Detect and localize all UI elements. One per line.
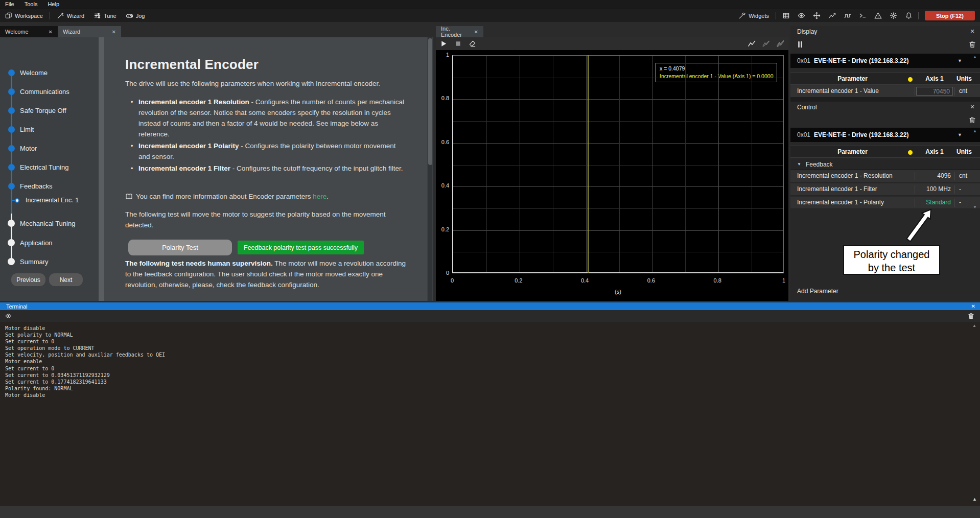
parameter-value-field[interactable]: Standard [915,199,955,207]
value-cell-border [915,87,955,96]
parameter-value-field[interactable]: 100 MHz [915,185,955,194]
signal-lines-off-icon[interactable] [777,40,784,48]
drive-id: 0x01 [797,131,810,138]
book-icon [125,193,133,200]
step-dot-done[interactable] [8,164,15,171]
parameter-value-field[interactable]: 4096 [915,172,955,180]
terminal-title-bar[interactable]: Terminal ✕ [0,302,980,310]
sidebar-item-safe-torque-off[interactable]: Safe Torque Off [20,107,66,114]
close-icon[interactable]: ✕ [971,303,980,309]
toolbar-jog-button[interactable]: Jog [121,9,150,22]
sidebar-item-application[interactable]: Application [20,239,53,247]
scope-plot[interactable]: x = 0.4079 Incremental encoder 1 - Value… [436,50,788,301]
polarity-test-button[interactable]: Polarity Test [128,240,232,255]
trash-icon[interactable] [968,40,976,49]
line-chart-button[interactable] [824,12,839,19]
eraser-icon[interactable] [469,40,476,48]
sidebar-item-feedbacks[interactable]: Feedbacks [20,182,53,190]
menu-item-help[interactable]: Help [42,0,64,9]
display-section-title: Display [797,28,817,35]
next-button[interactable]: Next [49,273,83,286]
eye-icon[interactable] [5,313,12,319]
step-dot-done[interactable] [8,107,15,114]
sidebar-item-welcome[interactable]: Welcome [20,69,48,77]
warning-button[interactable] [870,12,885,19]
close-icon[interactable]: ✕ [112,29,116,35]
widgets-button[interactable]: Widgets [734,9,774,22]
signal-line-off-icon[interactable] [762,40,770,48]
step-dot-todo[interactable] [8,258,15,265]
trash-icon[interactable] [967,312,975,320]
scope-panel: x = 0.4079 Incremental encoder 1 - Value… [436,37,788,301]
bullet-term: Incremental encoder 1 Resolution [138,98,249,106]
sidebar-item-mechanical-tuning[interactable]: Mechanical Tuning [20,220,75,227]
previous-button[interactable]: Previous [11,273,45,286]
sidebar-item-electrical-tuning[interactable]: Electrical Tuning [20,163,68,171]
table-grid-button[interactable] [778,12,794,19]
menu-item-file[interactable]: File [0,0,19,9]
toolbar-wizard-button[interactable]: Wizard [52,9,89,22]
sidebar-item-motor[interactable]: Motor [20,145,37,152]
stop-button[interactable]: Stop (F12) [925,11,975,20]
feedback-group-row[interactable]: ▼ Feedback [790,159,980,170]
bell-button[interactable] [901,12,916,19]
eye-button[interactable] [794,12,809,19]
step-dot-done[interactable] [8,126,15,133]
step-dot-done[interactable] [8,88,15,95]
sidebar-item-incremental-enc-1[interactable]: Incremental Enc. 1 [26,197,79,204]
tab-wizard[interactable]: Wizard ✕ [58,26,121,37]
gridline-horizontal [453,208,783,209]
content-scrollbar-thumb[interactable] [428,38,432,165]
step-dot-todo[interactable] [8,220,15,227]
axis-status-dot [908,150,913,155]
step-dot-current[interactable] [15,198,19,203]
x-tick-label: 0.2 [508,277,529,284]
sidebar-item-communications[interactable]: Communications [20,88,69,96]
close-icon[interactable]: ✕ [474,29,478,35]
close-icon[interactable]: ✕ [968,104,976,110]
gear-icon [890,12,897,19]
sidebar-item-limit[interactable]: Limit [20,126,34,133]
terminal-prompt-button[interactable] [855,12,870,19]
sidebar-item-summary[interactable]: Summary [20,258,49,266]
step-dot-done[interactable] [8,183,15,190]
scroll-up-icon[interactable]: ▲ [971,129,978,133]
column-axis: Axis 1 [915,75,954,82]
tab-inc-encoder[interactable]: Inc. Encoder ✕ [436,26,483,37]
y-tick-label: 0 [434,270,449,276]
toolbar-workspace-button[interactable]: Workspace [0,9,48,22]
signal-line-icon[interactable] [748,40,756,48]
move-button[interactable] [809,12,824,19]
gear-button[interactable] [885,12,901,19]
step-dot-todo[interactable] [8,239,15,246]
gridline-vertical [486,56,487,272]
control-drive-dropdown[interactable]: 0x01 EVE-NET-E - Drive (192.168.3.22) ▼ [790,128,980,142]
display-drive-dropdown[interactable]: 0x01 EVE-NET-E - Drive (192.168.3.22) ▼ [790,54,980,68]
toolbar-tune-button[interactable]: Tune [89,9,121,22]
close-icon[interactable]: ✕ [968,28,976,35]
step-dot-done[interactable] [8,69,15,76]
bullet-item: •Incremental encoder 1 Resolution - Conf… [125,97,411,139]
square-wave-button[interactable] [839,12,855,19]
add-parameter-button[interactable]: Add Parameter [797,288,838,295]
close-icon[interactable]: ✕ [49,29,53,35]
sidebar-scrollbar[interactable] [99,37,104,301]
scroll-up-icon[interactable]: ▲ [972,497,977,502]
here-link[interactable]: here [313,193,326,200]
control-table-header: Parameter Axis 1 Units [790,146,980,158]
stop-square-icon[interactable] [454,40,462,48]
y-tick-label: 0.2 [434,226,449,232]
scroll-up-icon[interactable]: ▲ [971,55,978,59]
test-note-text: The following test will move the motor t… [125,209,409,230]
axis-status-dot [908,77,913,82]
step-dot-done[interactable] [8,145,15,152]
scroll-up-icon[interactable]: ▲ [972,323,976,328]
trash-icon[interactable] [968,116,976,124]
pause-icon[interactable] [796,40,804,49]
tab-welcome[interactable]: Welcome ✕ [0,26,58,37]
scope-cursor-line[interactable] [588,55,589,273]
wizard-content: Incremental Encoder The drive will use t… [104,37,427,301]
menu-item-tools[interactable]: Tools [19,0,43,9]
scroll-down-icon[interactable]: ▼ [971,205,978,209]
play-icon[interactable] [440,40,448,48]
